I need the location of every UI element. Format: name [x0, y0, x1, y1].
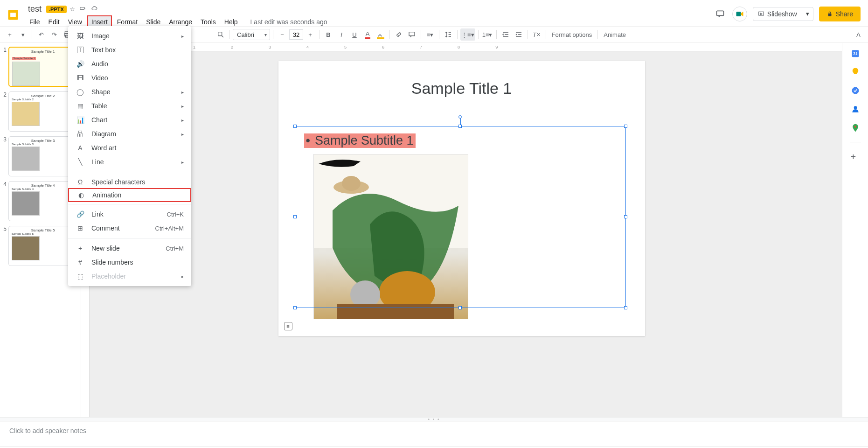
italic-icon[interactable]: I [335, 28, 347, 41]
slide-canvas[interactable]: Sample Title 1 Sample Subtitle 1 [278, 61, 645, 336]
insert-image[interactable]: 🖼Image▸ [68, 29, 191, 43]
insert-dropdown: 🖼Image▸ 🅃Text box 🔊Audio 🎞Video ◯Shape▸ … [68, 26, 191, 286]
move-icon[interactable] [79, 6, 86, 13]
audio-icon: 🔊 [76, 60, 85, 68]
font-size-decrease[interactable]: − [276, 28, 288, 41]
insert-textbox[interactable]: 🅃Text box [68, 43, 191, 57]
insert-new-slide[interactable]: +New slideCtrl+M [68, 241, 191, 255]
svg-rect-3 [736, 12, 741, 16]
bold-icon[interactable]: B [322, 28, 334, 41]
insert-special-chars[interactable]: ΩSpecial characters [68, 175, 191, 189]
insert-table[interactable]: ▦Table▸ [68, 99, 191, 113]
font-size-increase[interactable]: + [304, 28, 316, 41]
cloud-icon[interactable] [90, 6, 98, 13]
highlight-icon[interactable] [375, 28, 387, 41]
slide-thumb-1[interactable]: Sample Title 1Sample Subtitle 1 [8, 47, 77, 87]
selection-box[interactable] [295, 126, 626, 308]
notes-resize-handle[interactable]: • • • [0, 417, 868, 421]
canvas-area[interactable]: 123456789 Sample Title 1 Sample Subtitle… [81, 43, 842, 417]
resize-handle[interactable] [624, 215, 627, 218]
svg-rect-11 [409, 32, 415, 36]
last-edit-link[interactable]: Last edit was seconds ago [250, 18, 327, 26]
slide-thumb-3[interactable]: Sample Title 3Sample Subtitle 3 [8, 136, 77, 176]
image-icon: 🖼 [76, 32, 85, 40]
menu-tools[interactable]: Tools [197, 16, 219, 28]
chevron-right-icon: ▸ [181, 34, 184, 39]
slide-thumb-2[interactable]: Sample Title 2Sample Subtitle 2 [8, 91, 77, 132]
share-button[interactable]: Share [819, 7, 861, 21]
bulleted-list-icon[interactable]: ⋮≡▾ [460, 28, 475, 41]
insert-audio[interactable]: 🔊Audio [68, 57, 191, 71]
insert-comment-icon[interactable] [406, 28, 418, 41]
insert-comment[interactable]: ⊞CommentCtrl+Alt+M [68, 221, 191, 235]
comment-history-icon[interactable] [714, 7, 727, 21]
insert-link[interactable]: 🔗LinkCtrl+K [68, 207, 191, 221]
menu-edit[interactable]: Edit [45, 16, 63, 28]
contacts-icon[interactable] [851, 105, 860, 114]
star-icon[interactable]: ☆ [69, 6, 75, 13]
clear-formatting-icon[interactable]: T✕ [531, 28, 543, 41]
insert-chart[interactable]: 📊Chart▸ [68, 113, 191, 127]
format-options-button[interactable]: Format options [549, 31, 595, 38]
new-slide-button[interactable]: + [4, 28, 16, 41]
resize-handle[interactable] [293, 215, 297, 218]
tasks-icon[interactable] [851, 86, 860, 95]
share-label: Share [836, 10, 853, 18]
insert-shape[interactable]: ◯Shape▸ [68, 85, 191, 99]
menu-file[interactable]: File [26, 16, 43, 28]
rotate-handle[interactable] [458, 115, 462, 119]
omega-icon: Ω [76, 178, 85, 186]
resize-handle[interactable] [458, 125, 462, 128]
resize-handle[interactable] [624, 306, 627, 309]
zoom-icon[interactable] [215, 28, 227, 41]
slide-thumb-5[interactable]: Sample Title 5Sample Subtitle 5 [8, 226, 77, 266]
increase-indent-icon[interactable] [513, 28, 525, 41]
pptx-badge: .PPTX [46, 6, 67, 13]
video-icon: 🎞 [76, 74, 85, 82]
speaker-notes[interactable]: Click to add speaker notes [0, 421, 868, 446]
svg-text:31: 31 [853, 51, 858, 56]
add-addon-icon[interactable]: + [851, 152, 860, 161]
slideshow-button[interactable]: Slideshow [753, 7, 802, 21]
font-size-input[interactable] [289, 29, 303, 40]
meet-icon[interactable] [732, 7, 747, 21]
collapse-toolbar-icon[interactable]: ᐱ [852, 28, 864, 41]
insert-link-icon[interactable] [393, 28, 405, 41]
redo-icon[interactable]: ↷ [48, 28, 60, 41]
new-slide-dropdown-icon[interactable]: ▾ [17, 28, 29, 41]
line-spacing-icon[interactable] [442, 28, 454, 41]
insert-line[interactable]: ╲Line▸ [68, 155, 191, 169]
resize-handle[interactable] [293, 125, 297, 128]
resize-handle[interactable] [624, 125, 627, 128]
insert-slide-numbers[interactable]: #Slide numbers [68, 255, 191, 269]
insert-diagram[interactable]: 品Diagram▸ [68, 127, 191, 141]
placeholder-toggle-icon[interactable]: ≡ [284, 322, 292, 330]
svg-rect-1 [10, 13, 16, 17]
slideshow-dropdown-icon[interactable]: ▾ [802, 7, 813, 21]
numbered-list-icon[interactable]: 1≡▾ [481, 28, 493, 41]
keep-icon[interactable] [851, 67, 860, 77]
doc-title[interactable]: test [26, 4, 43, 14]
animate-button[interactable]: Animate [601, 31, 629, 38]
resize-handle[interactable] [458, 306, 462, 309]
underline-icon[interactable]: U [348, 28, 361, 41]
undo-icon[interactable]: ↶ [35, 28, 47, 41]
maps-icon[interactable] [851, 123, 860, 133]
font-select[interactable]: Calibri [233, 29, 270, 40]
table-icon: ▦ [76, 102, 85, 110]
resize-handle[interactable] [293, 306, 297, 309]
slides-logo[interactable] [4, 6, 22, 24]
insert-wordart[interactable]: AWord art [68, 141, 191, 155]
shape-icon: ◯ [76, 88, 85, 96]
slide-title[interactable]: Sample Title 1 [278, 61, 645, 98]
insert-video[interactable]: 🎞Video [68, 71, 191, 85]
menu-help[interactable]: Help [221, 16, 241, 28]
line-icon: ╲ [76, 158, 85, 166]
calendar-icon[interactable]: 31 [851, 49, 860, 58]
decrease-indent-icon[interactable] [500, 28, 512, 41]
insert-animation[interactable]: ◐Animation [68, 188, 191, 202]
align-icon[interactable]: ≡▾ [424, 28, 436, 41]
slide-thumb-4[interactable]: Sample Title 4Sample Subtitle 4 [8, 181, 77, 221]
link-icon: 🔗 [76, 210, 85, 218]
text-color-icon[interactable]: A [361, 28, 374, 41]
